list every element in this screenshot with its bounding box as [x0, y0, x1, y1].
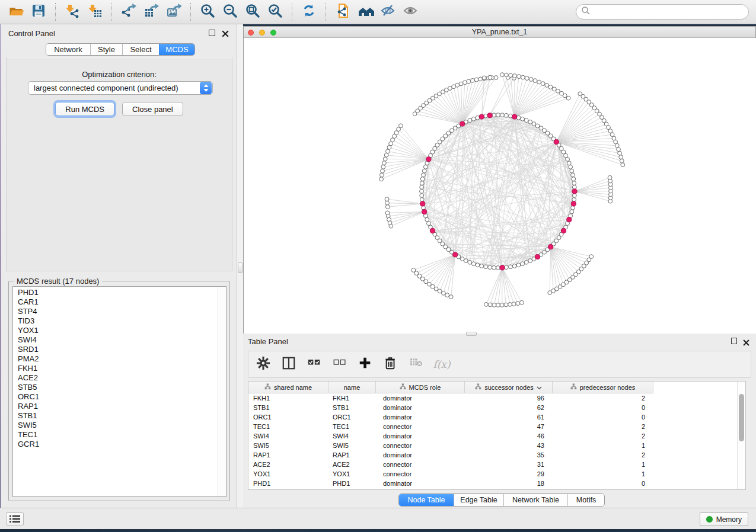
mcds-result-item[interactable]: ORC1	[13, 392, 226, 402]
criterion-select[interactable]: largest connected component (undirected)	[28, 81, 213, 95]
cell-successor-nodes: 96	[465, 393, 553, 403]
function-button: f(x)	[434, 357, 449, 372]
close-panel-icon[interactable]	[222, 29, 229, 37]
float-table-panel-icon[interactable]	[731, 338, 737, 344]
table-scrollbar-thumb[interactable]	[739, 394, 744, 441]
column-header-shared-name[interactable]: shared name	[248, 382, 328, 393]
table-row[interactable]: SWI5SWI5connector431	[248, 441, 745, 450]
mcds-result-item[interactable]: STP4	[13, 307, 226, 316]
mcds-result-item[interactable]: PHD1	[13, 288, 226, 297]
table-row[interactable]: TEC1TEC1connector472	[248, 422, 745, 431]
network-graph[interactable]	[244, 38, 756, 334]
mcds-result-item[interactable]: PMA2	[13, 354, 226, 364]
select-all-icon	[307, 357, 322, 372]
table-scrollbar[interactable]	[737, 382, 745, 489]
cell-shared-name: TEC1	[248, 422, 328, 431]
import-network-button[interactable]	[63, 3, 81, 21]
table-row[interactable]: SWI4SWI4dominator462	[248, 431, 745, 441]
save-session-button[interactable]	[30, 3, 47, 21]
run-mcds-button[interactable]: Run MCDS	[55, 102, 114, 116]
tab-motifs[interactable]: Motifs	[567, 494, 604, 506]
export-image-button[interactable]	[165, 3, 183, 21]
mcds-result-item[interactable]: SWI5	[13, 421, 226, 430]
table-row[interactable]: PHD1PHD1dominator180	[248, 479, 745, 488]
cell-predecessor-nodes: 1	[553, 469, 653, 479]
mcds-result-item[interactable]: GCR1	[13, 440, 226, 449]
tab-edge-table[interactable]: Edge Table	[454, 494, 503, 506]
mcds-result-item[interactable]: STB1	[13, 411, 226, 421]
export-table-button[interactable]	[142, 3, 160, 21]
horizontal-splitter-handle[interactable]	[466, 332, 477, 336]
mcds-result-list[interactable]: PHD1CAR1STP4TID3YOX1SWI4SRD1PMA2FKH1ACE2…	[12, 286, 227, 497]
add-row-button[interactable]	[358, 357, 373, 372]
mcds-result-item[interactable]: SWI4	[13, 335, 226, 345]
zoom-out-button[interactable]	[221, 3, 239, 21]
application-window: Control Panel NetworkStyleSelectMCDS Opt…	[0, 0, 756, 529]
mcds-result-item[interactable]: YOX1	[13, 326, 226, 335]
deselect-all-button[interactable]	[332, 357, 347, 372]
control-panel-title: Control Panel	[8, 29, 55, 38]
cell-MCDS-role: dominator	[376, 479, 465, 488]
mcds-result-item[interactable]: RAP1	[13, 402, 226, 411]
cell-predecessor-nodes: 2	[553, 450, 653, 460]
toolbar-separator	[190, 3, 191, 21]
search-input[interactable]	[591, 6, 748, 18]
mcds-result-item[interactable]: STB5	[13, 383, 226, 392]
cell-MCDS-role: connector	[376, 422, 465, 431]
table-row[interactable]: FKH1FKH1dominator962	[248, 393, 745, 403]
mcds-result-item[interactable]: SRD1	[13, 345, 226, 354]
column-header-predecessor-nodes[interactable]: predecessor nodes	[553, 382, 653, 393]
table-row[interactable]: RAP1RAP1dominator352	[248, 450, 745, 460]
network-canvas[interactable]	[244, 38, 756, 334]
table-row[interactable]: ACE2ACE2connector311	[248, 460, 745, 469]
cell-successor-nodes: 61	[465, 412, 553, 422]
zoom-fit-button[interactable]	[244, 3, 261, 21]
mcds-result-item[interactable]: TEC1	[13, 430, 226, 440]
cell-MCDS-role: connector	[376, 460, 465, 469]
tab-network-table[interactable]: Network Table	[503, 494, 567, 506]
export-publication-button[interactable]	[334, 3, 352, 21]
select-all-button[interactable]	[307, 357, 322, 372]
task-history-button[interactable]	[6, 512, 24, 525]
cell-MCDS-role: dominator	[376, 412, 465, 422]
columns-button[interactable]	[281, 357, 296, 372]
mcds-list-scrollbar[interactable]	[218, 287, 226, 496]
close-panel-button[interactable]: Close panel	[122, 102, 183, 116]
zoom-in-button[interactable]	[199, 3, 216, 21]
zoom-selected-button[interactable]	[266, 3, 284, 21]
column-header-name[interactable]: name	[328, 382, 376, 393]
column-header-MCDS-role[interactable]: MCDS role	[376, 382, 465, 393]
export-image-icon	[166, 3, 181, 21]
column-header-successor-nodes[interactable]: successor nodes	[465, 382, 553, 393]
splitter-handle[interactable]	[238, 262, 243, 273]
table-row[interactable]: ORC1ORC1dominator610	[248, 412, 745, 422]
refresh-layout-button[interactable]	[300, 3, 318, 21]
mcds-result-item[interactable]: ACE2	[13, 373, 226, 383]
table-row[interactable]: YOX1YOX1connector291	[248, 469, 745, 479]
delete-row-button[interactable]	[383, 357, 398, 372]
mcds-result-item[interactable]: TID3	[13, 316, 226, 326]
open-file-button[interactable]	[7, 3, 25, 21]
tab-select[interactable]: Select	[122, 44, 159, 55]
home-view-button[interactable]	[356, 3, 374, 21]
memory-button[interactable]: Memory	[700, 512, 748, 526]
tab-style[interactable]: Style	[90, 44, 122, 55]
mcds-result-item[interactable]: CAR1	[13, 297, 226, 307]
float-panel-icon[interactable]	[209, 30, 215, 36]
table-row[interactable]: STB1STB1dominator620	[248, 403, 745, 412]
tab-mcds[interactable]: MCDS	[159, 44, 194, 55]
tab-network[interactable]: Network	[46, 44, 90, 55]
hide-selected-button[interactable]	[379, 3, 397, 21]
network-window-title: YPA_prune.txt_1	[244, 28, 755, 36]
close-table-panel-icon[interactable]	[743, 338, 750, 345]
cell-name: ORC1	[328, 412, 376, 422]
tab-node-table[interactable]: Node Table	[399, 494, 454, 506]
mcds-result-item[interactable]: FKH1	[13, 364, 226, 373]
search-box[interactable]	[576, 4, 749, 20]
vertical-splitter[interactable]	[237, 24, 243, 508]
import-table-button[interactable]	[86, 3, 104, 21]
show-all-button[interactable]	[401, 3, 419, 21]
export-network-button[interactable]	[120, 3, 138, 21]
settings-button[interactable]	[256, 357, 271, 372]
network-window-titlebar[interactable]: YPA_prune.txt_1	[244, 27, 755, 38]
